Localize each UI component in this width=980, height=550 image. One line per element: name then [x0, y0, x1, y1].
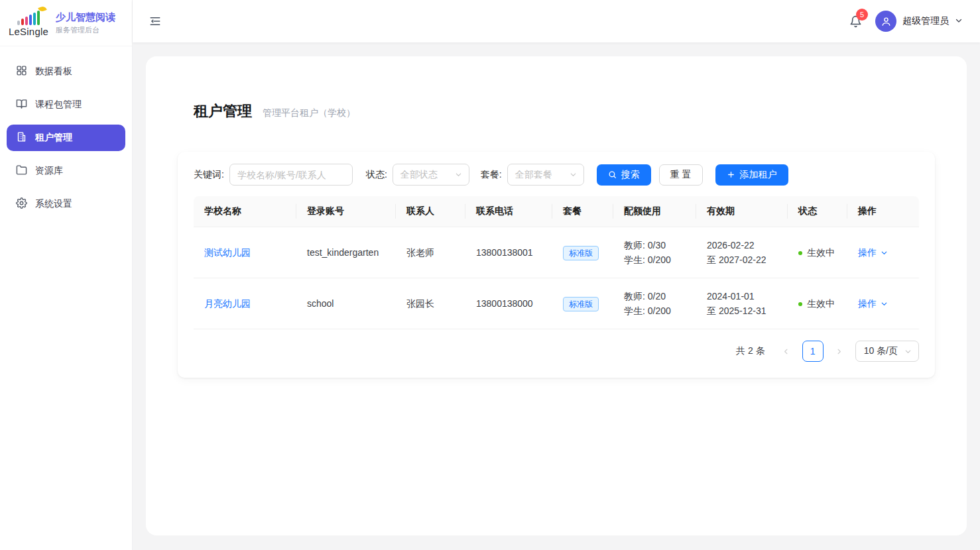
plan-tag: 标准版 — [563, 297, 599, 311]
user-name: 超级管理员 — [902, 15, 949, 27]
status-dot — [798, 251, 802, 255]
phone-cell: 13800138000 — [465, 278, 552, 329]
pagination-next-button[interactable] — [829, 341, 850, 362]
user-menu[interactable]: 超级管理员 — [875, 11, 963, 32]
sidebar-item-course-packages[interactable]: 课程包管理 — [7, 91, 125, 118]
quota-student: 学生: 0/200 — [624, 303, 686, 318]
brand-text: 少儿智慧阅读 服务管理后台 — [56, 11, 115, 35]
notifications-button[interactable]: 5 — [847, 13, 863, 29]
school-name-link[interactable]: 月亮幼儿园 — [204, 298, 251, 309]
building-icon — [16, 131, 27, 144]
table-header: 学校名称 登录账号 联系人 联系电话 套餐 配额使用 有效期 状态 操作 — [194, 196, 919, 227]
sidebar: LeSingle 少儿智慧阅读 服务管理后台 数据看板 课程包管理 — [0, 0, 133, 550]
valid-to: 至 2027-02-22 — [707, 252, 777, 267]
valid-from: 2026-02-22 — [707, 238, 777, 252]
row-actions-label: 操作 — [858, 296, 877, 311]
chevron-right-icon — [835, 348, 843, 355]
sidebar-item-tenants[interactable]: 租户管理 — [7, 125, 125, 151]
reset-button[interactable]: 重 置 — [659, 164, 703, 186]
add-tenant-button-label: 添加租户 — [740, 169, 777, 181]
page-header: 租户管理 管理平台租户（学校） — [178, 101, 935, 121]
contact-cell: 张老师 — [396, 227, 465, 278]
search-icon — [608, 170, 617, 179]
dashboard-icon — [16, 65, 27, 78]
notification-badge: 5 — [856, 9, 868, 21]
chevron-down-icon — [881, 249, 888, 256]
topbar-right: 5 超级管理员 — [847, 11, 963, 32]
table-row: 测试幼儿园 test_kindergarten 张老师 13800138001 … — [194, 227, 919, 278]
main-area: 5 超级管理员 租户管理 管理平台租户（学校） — [133, 0, 980, 550]
sidebar-item-resources[interactable]: 资源库 — [7, 158, 125, 184]
quota-cell: 教师: 0/20 学生: 0/200 — [613, 278, 696, 329]
valid-to: 至 2025-12-31 — [707, 303, 777, 318]
col-school-name: 学校名称 — [194, 196, 296, 227]
validity-cell: 2026-02-22 至 2027-02-22 — [696, 227, 788, 278]
brand-subtitle: 服务管理后台 — [56, 25, 115, 35]
logo-bars-icon — [17, 9, 40, 25]
brand-title: 少儿智慧阅读 — [56, 11, 115, 24]
plus-icon — [727, 170, 735, 179]
reset-button-label: 重 置 — [670, 169, 692, 181]
col-actions: 操作 — [847, 196, 919, 227]
chevron-down-icon — [955, 15, 963, 27]
quota-student: 学生: 0/200 — [624, 252, 686, 267]
col-quota: 配额使用 — [613, 196, 696, 227]
pagination-page-1[interactable]: 1 — [802, 341, 824, 362]
status-select[interactable]: 全部状态 — [393, 164, 469, 186]
pagination-prev-button[interactable] — [776, 341, 797, 362]
page-title: 租户管理 — [194, 101, 252, 121]
row-actions-dropdown[interactable]: 操作 — [858, 296, 888, 311]
pagination: 共 2 条 1 10 条/页 — [194, 341, 919, 362]
avatar — [875, 11, 896, 32]
plan-select[interactable]: 全部套餐 — [507, 164, 584, 186]
tenant-panel: 关键词: 状态: 全部状态 套餐: 全部套餐 — [178, 152, 935, 378]
sidebar-item-settings[interactable]: 系统设置 — [7, 191, 125, 217]
topbar: 5 超级管理员 — [133, 0, 980, 42]
search-button[interactable]: 搜索 — [597, 164, 651, 186]
chevron-down-icon — [455, 171, 462, 178]
sidebar-item-label: 数据看板 — [35, 66, 72, 78]
app-root: LeSingle 少儿智慧阅读 服务管理后台 数据看板 课程包管理 — [0, 0, 980, 550]
add-tenant-button[interactable]: 添加租户 — [715, 164, 788, 186]
chevron-down-icon — [570, 171, 577, 178]
sidebar-item-dashboard[interactable]: 数据看板 — [7, 58, 125, 85]
sidebar-collapse-button[interactable] — [147, 13, 163, 29]
plan-tag: 标准版 — [563, 246, 599, 260]
pagination-total: 共 2 条 — [736, 345, 765, 357]
valid-from: 2024-01-01 — [707, 289, 777, 303]
sidebar-item-label: 资源库 — [35, 165, 63, 177]
col-contact: 联系人 — [396, 196, 465, 227]
brand-logo: LeSingle 少儿智慧阅读 服务管理后台 — [0, 0, 132, 46]
status-cell: 生效中 — [788, 278, 847, 329]
status-cell: 生效中 — [788, 227, 847, 278]
filter-bar: 关键词: 状态: 全部状态 套餐: 全部套餐 — [194, 164, 919, 186]
account-cell: school — [296, 278, 396, 329]
chevron-left-icon — [782, 348, 790, 355]
status-label: 状态: — [366, 169, 387, 181]
chevron-down-icon — [904, 348, 912, 355]
plan-select-value: 全部套餐 — [515, 169, 552, 181]
row-actions-label: 操作 — [858, 245, 877, 260]
sidebar-item-label: 课程包管理 — [35, 99, 82, 111]
user-icon — [881, 16, 892, 27]
contact-cell: 张园长 — [396, 278, 465, 329]
account-cell: test_kindergarten — [296, 227, 396, 278]
page-size-value: 10 条/页 — [864, 345, 898, 357]
page-card: 租户管理 管理平台租户（学校） 关键词: 状态: 全部状态 套餐: — [146, 56, 967, 535]
phone-cell: 13800138001 — [465, 227, 552, 278]
content: 租户管理 管理平台租户（学校） 关键词: 状态: 全部状态 套餐: — [133, 42, 980, 550]
col-account: 登录账号 — [296, 196, 396, 227]
book-icon — [16, 98, 27, 111]
col-plan: 套餐 — [552, 196, 613, 227]
lesingle-logo: LeSingle — [9, 9, 48, 37]
school-name-link[interactable]: 测试幼儿园 — [204, 247, 251, 258]
page-size-select[interactable]: 10 条/页 — [855, 341, 919, 362]
quota-teacher: 教师: 0/30 — [624, 238, 686, 252]
sidebar-item-label: 租户管理 — [35, 132, 72, 144]
gear-icon — [16, 197, 27, 211]
validity-cell: 2024-01-01 至 2025-12-31 — [696, 278, 788, 329]
page-subtitle: 管理平台租户（学校） — [263, 107, 355, 119]
row-actions-dropdown[interactable]: 操作 — [858, 245, 888, 260]
table-row: 月亮幼儿园 school 张园长 13800138000 标准版 教师: 0/2… — [194, 278, 919, 329]
keyword-input[interactable] — [229, 164, 353, 186]
